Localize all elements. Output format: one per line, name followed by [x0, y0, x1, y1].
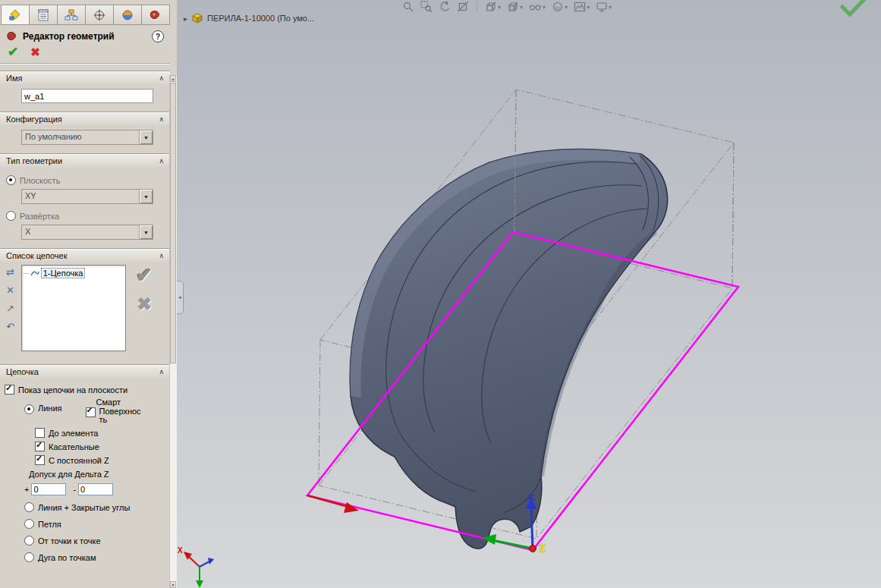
collapse-icon: ∧: [159, 369, 164, 376]
tolerance-minus-input[interactable]: [78, 483, 113, 495]
hide-show-items-button[interactable]: ▾: [529, 1, 546, 13]
arc-by-points-radio[interactable]: [24, 552, 34, 562]
group-header-name[interactable]: Имя ∧: [0, 71, 170, 84]
application-window: Редактор геометрий ? ✔ ✖ Имя ∧: [0, 0, 881, 588]
group-name: Имя ∧: [0, 71, 170, 105]
configuration-combobox[interactable]: По умолчанию ▼: [21, 130, 153, 145]
appearance-icon: [552, 1, 564, 13]
delete-chain-button[interactable]: ✖: [137, 295, 152, 313]
smart-surface-control[interactable]: Смарт Поверхность: [86, 398, 143, 424]
heads-up-view-toolbar: ▾ ▾ ▾ ▾ ▾ ▾: [402, 1, 612, 13]
name-input[interactable]: [21, 89, 153, 103]
break-chain-icon[interactable]: ✕: [6, 285, 14, 296]
show-on-plane-checkbox[interactable]: [5, 385, 14, 395]
section-view-button[interactable]: [457, 1, 469, 13]
feature-tree-label[interactable]: ПЕРИЛА-1-10000 (По умо...: [207, 14, 314, 23]
previous-view-icon: [439, 1, 451, 13]
panel-scrollbar[interactable]: ▲ ▼: [169, 75, 177, 588]
accept-chain-button[interactable]: ✔: [136, 266, 153, 285]
tree-expand-icon[interactable]: ▸: [184, 14, 187, 23]
unfold-radio[interactable]: [6, 211, 16, 221]
ok-button[interactable]: ✔: [8, 46, 18, 58]
addin-icon: [149, 9, 162, 21]
plane-combobox[interactable]: XY ▼: [21, 189, 153, 204]
unfold-value: X: [22, 225, 139, 239]
swap-chain-icon[interactable]: ⇄: [6, 266, 14, 278]
edit-appearance-button[interactable]: ▾: [552, 1, 568, 13]
group-header-chain[interactable]: Цепочка ∧: [0, 364, 170, 378]
section-view-icon: [457, 1, 469, 13]
unfold-combobox[interactable]: X ▼: [21, 225, 153, 240]
plane-radio-row[interactable]: Плоскость: [6, 175, 164, 185]
collapse-icon: ∧: [159, 253, 164, 259]
scroll-up-icon[interactable]: ▲: [170, 75, 176, 82]
undo-chain-icon[interactable]: ↶: [6, 321, 14, 332]
loop-row[interactable]: Петля: [24, 519, 164, 529]
help-button[interactable]: ?: [152, 30, 164, 42]
tab-propertymanager[interactable]: [1, 5, 29, 25]
group-geometry-type: Тип геометрии ∧ Плоскость XY ▼ Развёртка: [0, 153, 170, 241]
to-element-row[interactable]: До элемента: [35, 428, 164, 438]
constant-z-row[interactable]: С постоянной Z: [35, 455, 164, 465]
chain-item-label[interactable]: 1-Цепочка: [41, 268, 86, 278]
confirmation-corner-accept[interactable]: [837, 0, 869, 18]
view-orientation-button[interactable]: ▾: [485, 1, 501, 13]
panel-splitter-handle[interactable]: ◂: [177, 281, 184, 314]
smart-surface-label: Поверхность: [99, 407, 143, 424]
group-header-chain-list[interactable]: Список цепочек ∧: [0, 248, 170, 262]
dropdown-arrow-icon[interactable]: ▼: [139, 190, 153, 203]
view-settings-button[interactable]: ▾: [596, 1, 612, 13]
to-element-checkbox[interactable]: [35, 428, 45, 438]
chain-listbox[interactable]: ┈┈ 1-Цепочка: [21, 265, 126, 351]
constant-z-label: С постоянной Z: [49, 456, 109, 465]
previous-view-button[interactable]: [439, 1, 451, 13]
cancel-button[interactable]: ✖: [30, 46, 40, 58]
list-icon: [36, 9, 50, 21]
dropdown-arrow-icon[interactable]: ▼: [139, 130, 153, 144]
scroll-down-icon[interactable]: ▼: [170, 581, 176, 588]
panel-header: Редактор геометрий ?: [0, 25, 170, 45]
group-header-geometry-type[interactable]: Тип геометрии ∧: [0, 153, 170, 167]
scrollbar-thumb[interactable]: [170, 83, 176, 363]
apply-scene-button[interactable]: ▾: [574, 1, 590, 13]
list-item[interactable]: ┈┈ 1-Цепочка: [23, 268, 124, 278]
point-to-point-row[interactable]: От точки к точке: [24, 536, 164, 546]
tangents-row[interactable]: Касательные: [35, 442, 164, 451]
plane-x-axis-arrow: [307, 495, 359, 513]
line-closed-corners-radio[interactable]: [24, 502, 34, 512]
to-element-label: До элемента: [49, 429, 98, 438]
zoom-fit-button[interactable]: [402, 1, 414, 13]
smart-surface-checkbox[interactable]: [86, 407, 96, 417]
extend-chain-icon[interactable]: ↗: [6, 303, 14, 314]
chain-list-tools: ⇄ ✕ ↗ ↶: [3, 265, 17, 332]
constant-z-checkbox[interactable]: [35, 455, 45, 465]
panel-tab-bar: [1, 5, 170, 25]
tangents-checkbox[interactable]: [35, 442, 45, 451]
point-to-point-radio[interactable]: [24, 536, 34, 546]
tab-configuration-tree[interactable]: [57, 5, 85, 25]
group-header-configuration[interactable]: Конфигурация ∧: [0, 112, 170, 125]
arc-by-points-row[interactable]: Дуга по точкам: [24, 552, 164, 562]
display-style-button[interactable]: ▾: [507, 1, 523, 13]
loop-radio[interactable]: [24, 519, 34, 529]
graphics-area[interactable]: 2 X: [177, 0, 881, 588]
zoom-area-button[interactable]: [420, 1, 433, 13]
dropdown-arrow-icon[interactable]: ▼: [139, 225, 153, 239]
tab-attribute-list[interactable]: [29, 5, 57, 25]
tolerance-plus-input[interactable]: [31, 483, 66, 495]
unfold-radio-row[interactable]: Развёртка: [6, 211, 164, 221]
y-axis-arrow: [492, 540, 533, 549]
show-on-plane-row[interactable]: Показ цепочки на плоскости: [5, 385, 164, 395]
tab-display-manager[interactable]: [113, 5, 141, 25]
origin-point[interactable]: [530, 546, 536, 552]
tab-addin[interactable]: [141, 5, 170, 25]
tab-dimxpert[interactable]: [85, 5, 113, 25]
plane-radio[interactable]: [6, 175, 16, 185]
view-orientation-icon: [485, 1, 497, 13]
line-radio[interactable]: [24, 404, 34, 414]
line-closed-corners-row[interactable]: Линия + Закрытые углы: [24, 502, 164, 512]
hide-show-items-icon: [529, 1, 542, 13]
part-model[interactable]: [350, 149, 667, 549]
group-configuration: Конфигурация ∧ По умолчанию ▼: [0, 112, 170, 146]
group-label: Цепочка: [6, 367, 39, 376]
